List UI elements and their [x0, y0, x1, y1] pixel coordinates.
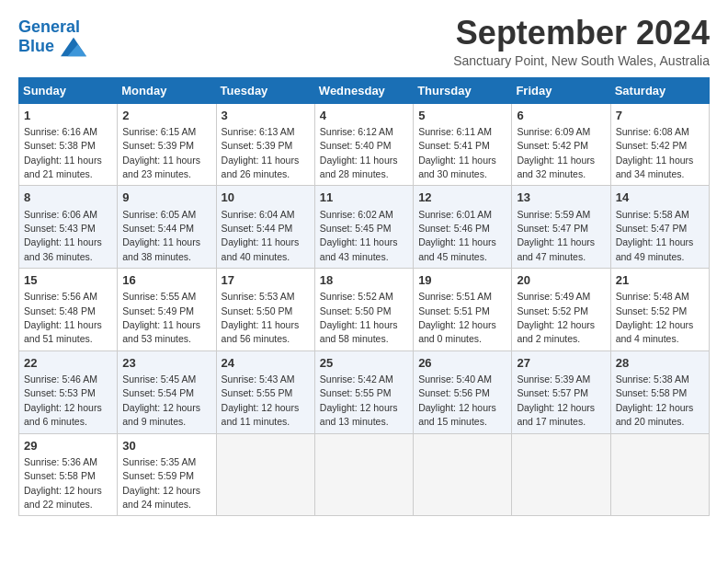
logo-line2: Blue	[18, 37, 86, 57]
day-number: 17	[222, 272, 310, 289]
day-sunrise: Sunrise: 6:04 AM	[222, 209, 295, 220]
day-number: 3	[222, 108, 310, 124]
day-sunset: Sunset: 5:47 PM	[517, 223, 588, 234]
day-sunset: Sunset: 5:52 PM	[517, 305, 588, 316]
day-sunrise: Sunrise: 6:15 AM	[122, 126, 196, 137]
day-sunrise: Sunrise: 6:16 AM	[24, 126, 97, 137]
day-sunset: Sunset: 5:53 PM	[24, 387, 96, 398]
day-number: 7	[616, 108, 704, 124]
logo-line1: General	[18, 18, 86, 37]
day-sunset: Sunset: 5:46 PM	[418, 223, 490, 234]
calendar-day-cell: 15 Sunrise: 5:56 AM Sunset: 5:48 PM Dayl…	[19, 269, 118, 351]
day-sunrise: Sunrise: 6:12 AM	[320, 126, 393, 137]
day-sunset: Sunset: 5:56 PM	[418, 387, 490, 398]
day-daylight: Daylight: 11 hours and 47 minutes.	[517, 236, 595, 261]
day-number: 14	[616, 190, 704, 206]
day-number: 21	[616, 272, 704, 289]
day-number: 1	[24, 108, 112, 124]
day-sunrise: Sunrise: 5:55 AM	[122, 291, 196, 302]
day-sunrise: Sunrise: 6:01 AM	[418, 209, 492, 220]
day-number: 4	[320, 108, 408, 124]
day-daylight: Daylight: 12 hours and 9 minutes.	[122, 402, 200, 427]
day-sunset: Sunset: 5:55 PM	[222, 387, 293, 398]
day-sunset: Sunset: 5:44 PM	[122, 223, 194, 234]
day-sunrise: Sunrise: 5:52 AM	[320, 291, 393, 302]
weekday-header: Thursday	[414, 77, 512, 103]
calendar-week-row: 22 Sunrise: 5:46 AM Sunset: 5:53 PM Dayl…	[19, 350, 710, 433]
day-sunset: Sunset: 5:54 PM	[122, 387, 194, 398]
day-number: 24	[222, 355, 310, 372]
calendar-day-cell	[314, 433, 413, 516]
calendar-day-cell: 16 Sunrise: 5:55 AM Sunset: 5:49 PM Dayl…	[118, 269, 216, 351]
day-number: 30	[122, 438, 210, 454]
day-sunrise: Sunrise: 5:51 AM	[418, 291, 492, 302]
day-sunset: Sunset: 5:57 PM	[517, 387, 588, 398]
day-sunset: Sunset: 5:39 PM	[222, 140, 293, 151]
day-sunrise: Sunrise: 5:46 AM	[24, 373, 97, 385]
day-sunset: Sunset: 5:59 PM	[122, 470, 194, 481]
day-sunset: Sunset: 5:49 PM	[122, 305, 194, 316]
day-sunrise: Sunrise: 6:06 AM	[24, 209, 97, 220]
day-sunrise: Sunrise: 6:02 AM	[320, 209, 393, 220]
calendar-day-cell: 29 Sunrise: 5:36 AM Sunset: 5:58 PM Dayl…	[19, 433, 118, 516]
day-daylight: Daylight: 11 hours and 58 minutes.	[320, 319, 398, 344]
day-sunrise: Sunrise: 6:09 AM	[517, 126, 590, 137]
calendar-day-cell: 4 Sunrise: 6:12 AM Sunset: 5:40 PM Dayli…	[314, 103, 413, 186]
day-sunset: Sunset: 5:42 PM	[616, 140, 688, 151]
calendar-day-cell: 28 Sunrise: 5:38 AM Sunset: 5:58 PM Dayl…	[610, 350, 709, 433]
day-sunset: Sunset: 5:45 PM	[320, 223, 392, 234]
day-sunset: Sunset: 5:44 PM	[222, 223, 293, 234]
day-sunset: Sunset: 5:51 PM	[418, 305, 490, 316]
calendar-day-cell: 22 Sunrise: 5:46 AM Sunset: 5:53 PM Dayl…	[19, 350, 118, 433]
day-sunrise: Sunrise: 5:49 AM	[517, 291, 590, 302]
day-daylight: Daylight: 11 hours and 36 minutes.	[24, 236, 102, 261]
calendar-day-cell: 1 Sunrise: 6:16 AM Sunset: 5:38 PM Dayli…	[19, 103, 118, 186]
day-number: 13	[517, 190, 605, 206]
day-sunset: Sunset: 5:48 PM	[24, 305, 96, 316]
weekday-header: Wednesday	[314, 77, 413, 103]
day-sunrise: Sunrise: 5:53 AM	[222, 291, 295, 302]
calendar-week-row: 29 Sunrise: 5:36 AM Sunset: 5:58 PM Dayl…	[19, 433, 710, 516]
day-daylight: Daylight: 11 hours and 45 minutes.	[418, 236, 496, 261]
calendar-day-cell	[512, 433, 610, 516]
day-sunset: Sunset: 5:41 PM	[418, 140, 490, 151]
day-sunrise: Sunrise: 6:05 AM	[122, 209, 196, 220]
day-number: 2	[122, 108, 210, 124]
day-daylight: Daylight: 11 hours and 43 minutes.	[320, 236, 398, 261]
calendar-day-cell	[216, 433, 314, 516]
day-number: 6	[517, 108, 605, 124]
day-daylight: Daylight: 12 hours and 4 minutes.	[616, 319, 694, 344]
calendar-day-cell	[610, 433, 709, 516]
calendar-day-cell: 26 Sunrise: 5:40 AM Sunset: 5:56 PM Dayl…	[414, 350, 512, 433]
day-daylight: Daylight: 11 hours and 38 minutes.	[122, 236, 200, 261]
day-sunset: Sunset: 5:50 PM	[222, 305, 293, 316]
calendar-day-cell: 13 Sunrise: 5:59 AM Sunset: 5:47 PM Dayl…	[512, 186, 610, 269]
day-daylight: Daylight: 12 hours and 2 minutes.	[517, 319, 595, 344]
weekday-header: Saturday	[610, 77, 709, 103]
day-sunset: Sunset: 5:43 PM	[24, 223, 96, 234]
day-number: 10	[222, 190, 310, 206]
day-number: 19	[418, 272, 506, 289]
calendar-day-cell: 6 Sunrise: 6:09 AM Sunset: 5:42 PM Dayli…	[512, 103, 610, 186]
day-sunset: Sunset: 5:38 PM	[24, 140, 96, 151]
day-sunrise: Sunrise: 5:43 AM	[222, 373, 295, 385]
day-daylight: Daylight: 11 hours and 49 minutes.	[616, 236, 694, 261]
day-number: 22	[24, 355, 112, 372]
day-number: 16	[122, 272, 210, 289]
day-sunrise: Sunrise: 6:08 AM	[616, 126, 689, 137]
day-sunset: Sunset: 5:39 PM	[122, 140, 194, 151]
day-number: 18	[320, 272, 408, 289]
day-daylight: Daylight: 12 hours and 11 minutes.	[222, 402, 300, 427]
day-sunrise: Sunrise: 5:59 AM	[517, 209, 590, 220]
calendar-day-cell: 25 Sunrise: 5:42 AM Sunset: 5:55 PM Dayl…	[314, 350, 413, 433]
calendar-day-cell: 24 Sunrise: 5:43 AM Sunset: 5:55 PM Dayl…	[216, 350, 314, 433]
calendar-day-cell: 7 Sunrise: 6:08 AM Sunset: 5:42 PM Dayli…	[610, 103, 709, 186]
day-sunset: Sunset: 5:50 PM	[320, 305, 392, 316]
day-number: 5	[418, 108, 506, 124]
day-daylight: Daylight: 12 hours and 6 minutes.	[24, 402, 102, 427]
day-sunset: Sunset: 5:47 PM	[616, 223, 688, 234]
day-sunrise: Sunrise: 5:40 AM	[418, 373, 492, 385]
subtitle: Sanctuary Point, New South Wales, Austra…	[453, 53, 710, 68]
calendar-week-row: 1 Sunrise: 6:16 AM Sunset: 5:38 PM Dayli…	[19, 103, 710, 186]
title-block: September 2024 Sanctuary Point, New Sout…	[453, 15, 710, 68]
